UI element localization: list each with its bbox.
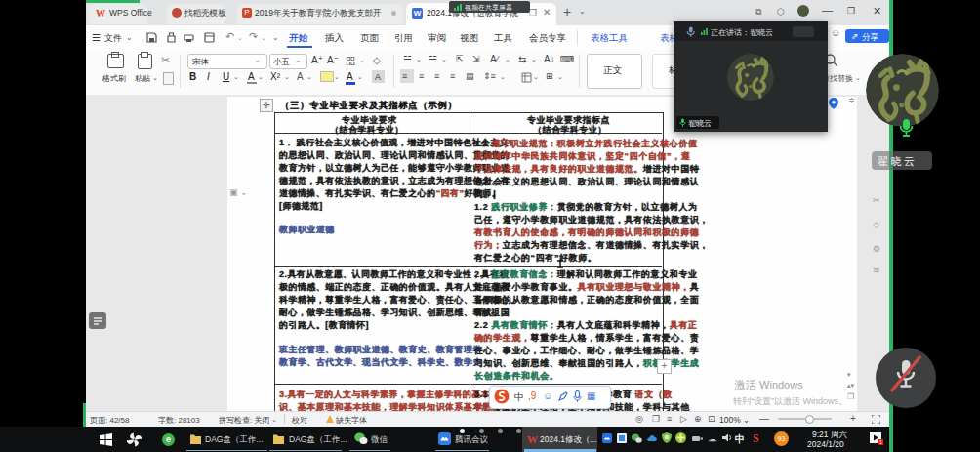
svg-text:W: W (96, 8, 105, 18)
svg-text:W: W (527, 433, 538, 444)
svg-text:S: S (753, 432, 759, 444)
svg-text:1: 1 (879, 439, 882, 445)
